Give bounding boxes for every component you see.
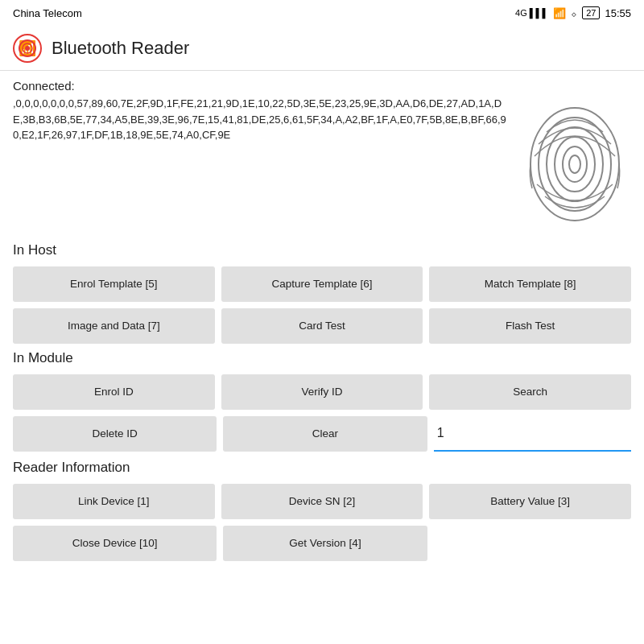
reader-info-header: Reader Information [13, 460, 631, 476]
close-device-button[interactable]: Close Device [10] [13, 526, 217, 561]
reader-info-row1: Link Device [1] Device SN [2] Battery Va… [13, 484, 631, 519]
enrol-id-button[interactable]: Enrol ID [13, 374, 215, 410]
reader-info-section: Reader Information Link Device [1] Devic… [13, 460, 631, 561]
status-right: 4G ▌▌▌ 📶 ⬦ 27 15:55 [515, 6, 631, 19]
connected-label: Connected: [13, 79, 631, 93]
in-module-section: In Module Enrol ID Verify ID Search Dele… [13, 350, 631, 453]
input-wrapper [434, 416, 631, 453]
in-module-row1: Enrol ID Verify ID Search [13, 374, 631, 410]
battery-value-button[interactable]: Battery Value [3] [429, 484, 631, 519]
empty-spacer [434, 526, 631, 561]
svg-point-9 [563, 147, 587, 182]
card-test-button[interactable]: Card Test [221, 308, 423, 344]
svg-point-5 [530, 108, 619, 221]
carrier-label: China Telecom [13, 7, 82, 19]
link-device-button[interactable]: Link Device [1] [13, 484, 215, 519]
get-version-button[interactable]: Get Version [4] [223, 526, 427, 561]
enrol-template-button[interactable]: Enrol Template [5] [13, 266, 215, 302]
search-button[interactable]: Search [429, 374, 631, 410]
capture-template-button[interactable]: Capture Template [6] [221, 266, 423, 302]
in-host-section: In Host Enrol Template [5] Capture Templ… [13, 242, 631, 344]
fingerprint-image [518, 96, 631, 233]
signal-icon: 4G ▌▌▌ [515, 8, 548, 18]
reader-info-row2: Close Device [10] Get Version [4] [13, 526, 631, 561]
in-host-row2: Image and Data [7] Card Test Flash Test [13, 308, 631, 344]
svg-point-4 [25, 46, 30, 51]
image-and-data-button[interactable]: Image and Data [7] [13, 308, 215, 344]
connected-section: Connected: ,0,0,0,0,0,0,0,57,89,60,7E,2F… [13, 79, 631, 233]
phone-frame: China Telecom 4G ▌▌▌ 📶 ⬦ 27 15:55 📶 Blue… [0, 0, 644, 644]
battery-icon: 27 [582, 6, 600, 19]
fingerprint-svg [522, 100, 627, 229]
app-bar: 📶 Bluetooth Reader [0, 26, 644, 71]
flash-test-button[interactable]: Flash Test [429, 308, 631, 344]
data-section: ,0,0,0,0,0,0,0,57,89,60,7E,2F,9D,1F,FE,2… [13, 96, 631, 233]
in-host-header: In Host [13, 242, 631, 258]
main-content: Connected: ,0,0,0,0,0,0,0,57,89,60,7E,2F… [0, 71, 644, 644]
in-host-row1: Enrol Template [5] Capture Template [6] … [13, 266, 631, 302]
match-template-button[interactable]: Match Template [8] [429, 266, 631, 302]
svg-point-8 [555, 137, 595, 192]
app-logo: 📶 [13, 34, 42, 63]
svg-point-6 [539, 118, 611, 211]
in-module-row2: Delete ID Clear [13, 416, 631, 453]
time-label: 15:55 [605, 7, 631, 19]
hex-data: ,0,0,0,0,0,0,0,57,89,60,7E,2F,9D,1F,FE,2… [13, 96, 509, 233]
device-sn-button[interactable]: Device SN [2] [221, 484, 423, 519]
app-title: Bluetooth Reader [52, 38, 189, 59]
wifi-icon: 📶 [553, 7, 566, 19]
id-input[interactable] [434, 416, 631, 452]
bluetooth-icon: ⬦ [571, 7, 577, 19]
svg-point-10 [569, 155, 580, 173]
in-module-header: In Module [13, 350, 631, 366]
status-bar: China Telecom 4G ▌▌▌ 📶 ⬦ 27 15:55 [0, 0, 644, 26]
clear-button[interactable]: Clear [223, 416, 427, 452]
verify-id-button[interactable]: Verify ID [221, 374, 423, 410]
delete-id-button[interactable]: Delete ID [13, 416, 217, 452]
